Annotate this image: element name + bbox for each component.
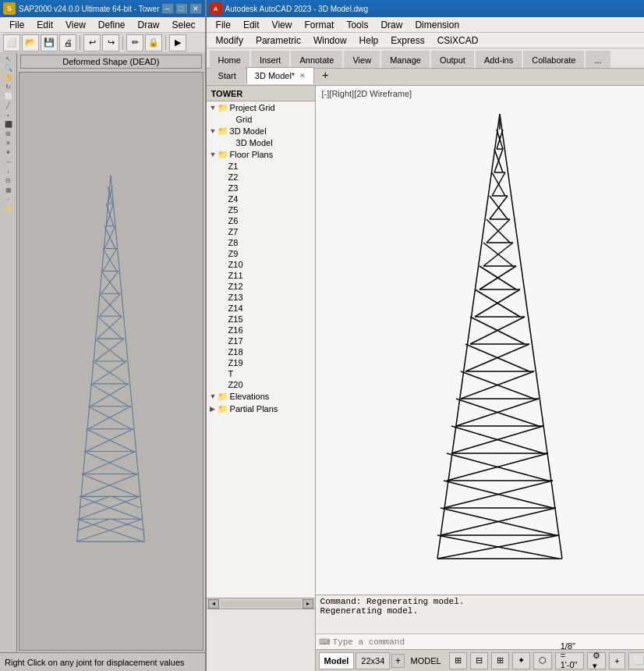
tree-item-z13[interactable]: Z13 <box>207 292 315 303</box>
tree-item-z5[interactable]: Z5 <box>207 204 315 215</box>
tree-item-project-grid[interactable]: ▼ 📁 Project Grid <box>207 101 315 114</box>
tree-item-z20[interactable]: Z20 <box>207 379 315 390</box>
sap-minimize-btn[interactable]: ─ <box>161 3 174 14</box>
tree-item-z2[interactable]: Z2 <box>207 172 315 183</box>
workspace-btn[interactable]: + <box>609 652 625 669</box>
new-tab-btn[interactable]: + <box>316 66 334 83</box>
tree-hscroll-track[interactable] <box>221 601 301 607</box>
tree-item-z18[interactable]: Z18 <box>207 346 315 357</box>
tree-item-3dmodel-folder[interactable]: ▼ 📁 3D Model <box>207 125 315 137</box>
ribbon-tab-annotate[interactable]: Annotate <box>291 51 342 68</box>
doc-tab-3dmodel[interactable]: 3D Model* ✕ <box>246 67 314 84</box>
sap-tool-box[interactable]: ⬜ <box>2 92 15 101</box>
tree-scroll-left[interactable]: ◂ <box>208 599 219 609</box>
sap-tool-print[interactable]: 🖨 <box>59 34 76 51</box>
sap-tool-pencil[interactable]: ✏ <box>126 34 143 51</box>
tree-item-z16[interactable]: Z16 <box>207 325 315 336</box>
doc-tab-3dmodel-close[interactable]: ✕ <box>299 72 306 80</box>
acad-menu-format[interactable]: Format <box>298 17 340 33</box>
tree-item-z10[interactable]: Z10 <box>207 259 315 270</box>
acad-menu-draw[interactable]: Draw <box>374 17 409 33</box>
acad-menu-help[interactable]: Help <box>353 33 385 48</box>
paper-size-tab[interactable]: 22x34 <box>356 652 390 669</box>
tree-item-grid[interactable]: Grid <box>207 114 315 125</box>
ribbon-tab-insert[interactable]: Insert <box>251 51 290 68</box>
ribbon-tab-view[interactable]: View <box>344 51 380 68</box>
sap-3d-viewport[interactable] <box>19 72 203 651</box>
sap-menu-select[interactable]: Selec <box>166 17 202 33</box>
ribbon-tab-collaborate[interactable]: Collaborate <box>523 51 584 68</box>
tree-item-z17[interactable]: Z17 <box>207 336 315 346</box>
tree-item-z14[interactable]: Z14 <box>207 303 315 314</box>
sap-tool-point[interactable]: • <box>2 111 15 119</box>
acad-menu-dimension[interactable]: Dimension <box>409 17 465 33</box>
acad-menu-parametric[interactable]: Parametric <box>249 33 307 48</box>
tree-item-z4[interactable]: Z4 <box>207 193 315 204</box>
sap-tool-cursor[interactable]: ↖ <box>2 55 15 63</box>
sap-menu-define[interactable]: Define <box>92 17 132 33</box>
sap-tool-zoom[interactable]: 🔍 <box>2 64 15 73</box>
sap-menu-draw[interactable]: Draw <box>132 17 166 33</box>
acad-menu-file[interactable]: File <box>210 17 237 33</box>
tree-item-z11[interactable]: Z11 <box>207 270 315 281</box>
snap-btn[interactable]: ⊟ <box>470 652 488 669</box>
sap-tool-rotate[interactable]: ↻ <box>2 83 15 91</box>
sap-tool-joint[interactable]: ◦ <box>2 195 15 204</box>
tree-item-elevations[interactable]: ▼ 📁 Elevations <box>207 390 315 403</box>
sap-tool-redo[interactable]: ↪ <box>102 34 119 51</box>
sap-tool-frame[interactable]: ▦ <box>2 186 15 194</box>
ribbon-tab-manage[interactable]: Manage <box>381 51 430 68</box>
sap-tool-move[interactable]: ✦ <box>2 148 15 157</box>
tree-item-z19[interactable]: Z19 <box>207 357 315 368</box>
sap-tool-pan[interactable]: ✋ <box>2 73 15 82</box>
grid-display-btn[interactable]: ⊞ <box>449 652 467 669</box>
ribbon-tab-home[interactable]: Home <box>210 51 249 68</box>
ribbon-tab-output[interactable]: Output <box>431 51 474 68</box>
acad-menu-edit[interactable]: Edit <box>237 17 266 33</box>
sap-tool-section[interactable]: ⊟ <box>2 176 15 185</box>
tree-item-floorplans[interactable]: ▼ 📁 Floor Plans <box>207 148 315 161</box>
sap-tool-open[interactable]: 📂 <box>22 34 39 51</box>
sap-tool-new[interactable]: ⬜ <box>3 34 20 51</box>
layer-btn[interactable]: ⬜ <box>628 652 644 669</box>
acad-menu-express[interactable]: Express <box>384 33 430 48</box>
sap-maximize-btn[interactable]: □ <box>175 3 188 14</box>
sap-tool-delete[interactable]: ✕ <box>2 139 15 147</box>
ribbon-tab-addins[interactable]: Add-ins <box>476 51 522 68</box>
ortho-btn[interactable]: ⊞ <box>491 652 509 669</box>
sap-tool-line[interactable]: ╱ <box>2 101 15 110</box>
sap-menu-file[interactable]: File <box>3 17 30 33</box>
acad-main-viewport[interactable]: [-][Right][2D Wireframe] RIGHT ⊞ ↻ ↕ <box>316 86 644 595</box>
tree-item-z15[interactable]: Z15 <box>207 314 315 325</box>
tree-item-t[interactable]: T <box>207 368 315 379</box>
sap-tool-run[interactable]: ▶ <box>169 34 186 51</box>
sap-tool-save[interactable]: 💾 <box>41 34 58 51</box>
tree-item-z6[interactable]: Z6 <box>207 215 315 226</box>
osnap-btn[interactable]: ⬡ <box>533 652 552 669</box>
tree-item-z8[interactable]: Z8 <box>207 237 315 248</box>
tree-item-partial-plans[interactable]: ▶ 📁 Partial Plans <box>207 403 315 415</box>
tree-item-z7[interactable]: Z7 <box>207 226 315 237</box>
ribbon-tab-more[interactable]: ... <box>586 51 610 68</box>
tree-item-z3[interactable]: Z3 <box>207 183 315 193</box>
tree-item-z1[interactable]: Z1 <box>207 161 315 172</box>
acad-menu-modify[interactable]: Modify <box>210 33 249 48</box>
sap-menu-edit[interactable]: Edit <box>30 17 59 33</box>
tree-item-z9[interactable]: Z9 <box>207 248 315 259</box>
doc-tab-start[interactable]: Start <box>210 66 245 83</box>
sap-close-btn[interactable]: ✕ <box>189 3 202 14</box>
acad-command-input[interactable] <box>333 637 644 647</box>
acad-menu-view[interactable]: View <box>266 17 299 33</box>
sap-tool-load[interactable]: ↓ <box>2 167 15 176</box>
sap-tool-select-all[interactable]: ⬛ <box>2 120 15 129</box>
sap-tool-analyze[interactable]: ⚡ <box>2 204 15 213</box>
tree-hscroll[interactable]: ◂ ▸ <box>207 598 315 609</box>
polar-btn[interactable]: ✦ <box>512 652 530 669</box>
tree-item-z12[interactable]: Z12 <box>207 281 315 292</box>
sap-menu-view[interactable]: View <box>59 17 92 33</box>
tree-scroll-right[interactable]: ▸ <box>303 599 313 609</box>
add-layout-btn[interactable]: + <box>391 654 404 668</box>
tree-scroll-area[interactable]: ▼ 📁 Project Grid Grid ▼ 📁 3D Mo <box>207 101 315 598</box>
sap-tool-undo[interactable]: ↩ <box>83 34 101 51</box>
acad-menu-csixcad[interactable]: CSiXCAD <box>431 33 485 48</box>
